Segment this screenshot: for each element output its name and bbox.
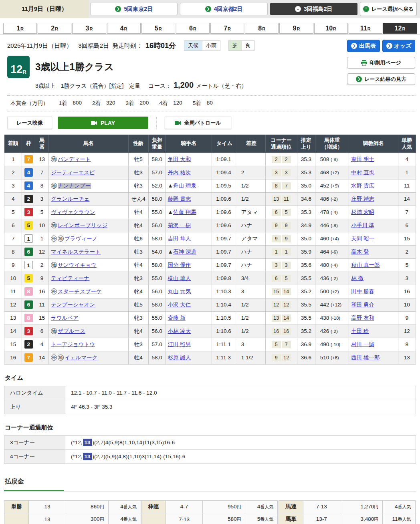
horse-link[interactable]: ジーティーエスピ: [51, 169, 95, 175]
race-video-button[interactable]: レース映像: [7, 117, 52, 129]
print-page-button[interactable]: 印刷用ページ: [347, 57, 415, 69]
frame-badge: 8: [24, 314, 33, 322]
jockey-link[interactable]: 小沢 大仁: [168, 302, 191, 308]
race-tab-2r[interactable]: 2R: [38, 23, 71, 34]
jockey-link[interactable]: 丹内 祐次: [168, 169, 191, 175]
jockey-link[interactable]: 小林 凌大: [168, 328, 191, 334]
jockey-link[interactable]: 国分 優作: [168, 262, 191, 268]
venue-tab-tokyo[interactable]: ❯ 5回東京2日: [90, 3, 178, 15]
horse-link[interactable]: ブラヴィーノ: [65, 236, 98, 242]
trainer-link[interactable]: 秋山 真一郎: [351, 262, 380, 268]
table-row: 3 4 8 地ナンナンプー 牝3 52.0 ▲舟山 瑠泉 1:09.5 1/2 …: [4, 179, 416, 192]
trainer-link[interactable]: 水野 貴広: [351, 183, 374, 189]
corner-section-heading: コーナー通過順位: [5, 424, 416, 431]
race-tab-11r[interactable]: 11R: [349, 23, 382, 34]
trainer-link[interactable]: 庄野 靖志: [351, 196, 374, 202]
horse-link[interactable]: スターチスブーケ: [58, 288, 102, 294]
race-tab-12r[interactable]: 12R: [383, 23, 417, 34]
jockey-link[interactable]: 藤懸 貴志: [168, 196, 191, 202]
race-tab-10r[interactable]: 10R: [314, 23, 348, 34]
horse-link[interactable]: サンウイキョウ: [58, 262, 97, 268]
jockey-link[interactable]: 佐藤 翔馬: [173, 209, 196, 215]
horse-link[interactable]: バンディート: [58, 156, 91, 162]
time-table: ハロンタイム 12.1 - 10.7 - 11.0 - 11.7 - 11.6 …: [4, 386, 416, 414]
foreign-horse-mark: 外: [51, 288, 57, 294]
odds-button[interactable]: ❯ オッズ: [382, 40, 415, 52]
jockey-link[interactable]: 横山 琉人: [168, 275, 191, 281]
jockey-link[interactable]: 石神 深道: [173, 249, 196, 255]
race-tab-1r[interactable]: 1R: [3, 23, 37, 34]
horse-link[interactable]: ティピティーナ: [51, 275, 89, 281]
table-row: 4 2 3 グランルーチェ せん4 58.0 藤懸 貴志 1:09.6 1/2 …: [4, 192, 416, 206]
patrol-video-button[interactable]: 全周パトロール: [165, 117, 231, 129]
table-row: ハロンタイム 12.1 - 10.7 - 11.0 - 11.7 - 11.6 …: [4, 386, 416, 400]
corner-position: 5: [272, 341, 281, 348]
race-tab-6r[interactable]: 6R: [176, 23, 210, 34]
trainer-link[interactable]: 中村 直也: [351, 169, 374, 175]
corner-position: 13: [272, 314, 281, 322]
local-horse-mark: 地: [58, 236, 64, 242]
race-tab-7r[interactable]: 7R: [210, 23, 244, 34]
play-button[interactable]: PLAY: [58, 117, 148, 129]
corner-position: 3: [282, 262, 291, 269]
jockey-link[interactable]: 斎藤 新: [168, 315, 186, 321]
horse-link[interactable]: ザブルース: [58, 328, 85, 334]
trainer-link[interactable]: 天間 昭一: [351, 236, 374, 242]
horse-link[interactable]: テンプーシャオン: [51, 302, 95, 308]
trainer-link[interactable]: 東田 明士: [351, 156, 374, 162]
jockey-link[interactable]: 杉原 誠人: [168, 355, 191, 361]
table-row: 2 4 7 ジーティーエスピ 牡3 57.0 丹内 祐次 1:09.4 2 33…: [4, 166, 416, 179]
table-row: 10 5 9 ティピティーナ 牝3 55.0 横山 琉人 1:09.8 3/4 …: [4, 272, 416, 285]
corner-position: 6: [272, 275, 281, 282]
trainer-link[interactable]: 小手川 準: [351, 222, 374, 228]
jockey-link[interactable]: 丸山 元気: [168, 288, 191, 294]
race-tab-8r[interactable]: 8R: [245, 23, 279, 34]
horse-link[interactable]: ヴィヴァクラウン: [51, 209, 95, 215]
trainer-link[interactable]: 高野 友和: [351, 315, 374, 321]
jockey-link[interactable]: 角田 大和: [168, 156, 191, 162]
frame-badge: 2: [24, 195, 33, 203]
corner-position: 1: [282, 248, 291, 256]
corner-position: 9: [272, 354, 281, 361]
jockey-link[interactable]: 吉田 隼人: [168, 236, 191, 242]
horse-link[interactable]: レインボーブリッジ: [58, 222, 107, 228]
horse-link[interactable]: マイネルステラート: [51, 249, 101, 255]
jockey-link[interactable]: 江田 照男: [168, 341, 191, 347]
entries-button[interactable]: ❯ 出馬表: [347, 40, 380, 52]
corner-position: 9: [272, 222, 281, 229]
arrow-right-icon: ❯: [356, 76, 362, 82]
page-title: 3歳以上1勝クラス: [35, 60, 114, 73]
prize-money-line: 本賞金（万円） 1着800 2着320 3着200 4着120 5着80: [7, 96, 416, 111]
horse-link[interactable]: グランルーチェ: [51, 196, 89, 202]
trainer-link[interactable]: 高木 登: [351, 249, 369, 255]
trainer-link[interactable]: 田中 勝春: [351, 288, 374, 294]
trainer-link[interactable]: 村田 一誠: [351, 341, 374, 347]
race-tab-9r[interactable]: 9R: [279, 23, 313, 34]
venue-tab-kyoto[interactable]: ❯ 4回京都2日: [180, 3, 267, 15]
venue-tab-label: 5回東京2日: [124, 6, 153, 13]
venue-tab-label: 4回京都2日: [214, 6, 243, 13]
venue-tab-fukushima[interactable]: ⌄ 3回福島2日: [270, 3, 357, 15]
trainer-link[interactable]: 杉浦 宏昭: [351, 209, 374, 215]
back-to-race-select-button[interactable]: ⌃ レース選択へ戻る: [360, 2, 417, 16]
trainer-link[interactable]: 和田 勇介: [351, 302, 374, 308]
local-horse-mark: 地: [51, 222, 57, 228]
trainer-link[interactable]: 林 徹: [351, 275, 363, 281]
trainer-link[interactable]: 西田 雄一郎: [351, 355, 380, 361]
corner-position: 2: [272, 156, 281, 163]
table-row: 6 5 10 地レインボーブリッジ 牝4 56.0 菊沢 一樹 1:09.6 ハ…: [4, 219, 416, 232]
jockey-link[interactable]: 舟山 瑠泉: [173, 183, 196, 189]
jockey-link[interactable]: 菊沢 一樹: [168, 222, 191, 228]
table-row: 3コーナー (*12,13)(2,7)4(5,9)8(1,10,14)11(3,…: [4, 435, 416, 449]
horse-link[interactable]: ナンナンプー: [58, 183, 91, 189]
race-tab-5r[interactable]: 5R: [141, 23, 175, 34]
horse-link[interactable]: イェルマーク: [65, 355, 98, 361]
horse-link[interactable]: ラウルベア: [51, 315, 79, 321]
frame-badge: 3: [24, 327, 33, 335]
race-tab-3r[interactable]: 3R: [72, 23, 106, 34]
race-results-table: 着順 枠 馬 番 馬名 性齢 負担 重量 騎手名 タイム 着差 コーナー 通過順…: [4, 135, 416, 365]
howto-read-results-button[interactable]: ❯ レース結果の見方: [347, 73, 415, 85]
trainer-link[interactable]: 土田 稔: [351, 328, 369, 334]
race-tab-4r[interactable]: 4R: [107, 23, 141, 34]
horse-link[interactable]: トーアジョウトウ: [51, 341, 95, 347]
